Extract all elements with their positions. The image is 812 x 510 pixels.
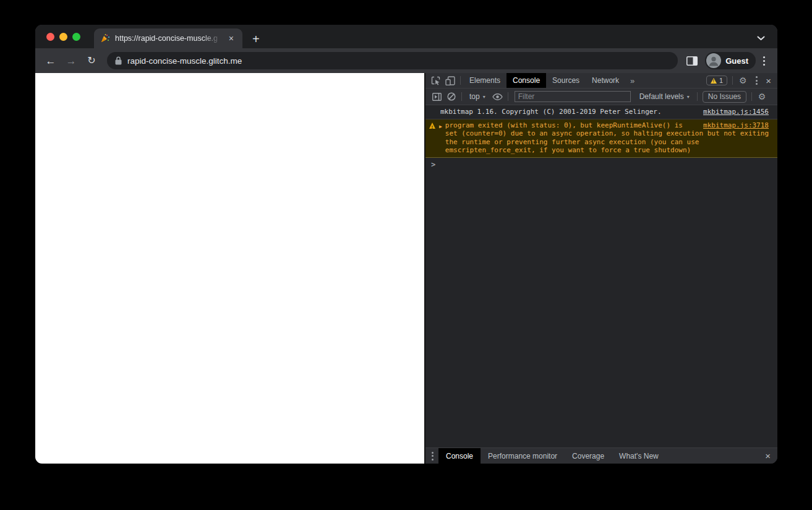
tab-close-icon[interactable]: × [226,33,236,44]
console-warning-message: ▶ mkbitmap.js:3718program exited (with s… [425,119,777,158]
new-tab-button[interactable]: + [252,33,260,45]
source-link[interactable]: mkbitmap.js:1456 [703,108,769,116]
devtools-menu-icon[interactable] [750,76,763,85]
drawer-menu-icon[interactable] [425,448,438,464]
tab-search-chevron-icon[interactable] [757,36,765,41]
devtools-tab-elements[interactable]: Elements [463,73,506,88]
context-label: top [469,92,480,101]
expand-arrow-icon[interactable]: ▶ [439,123,442,131]
profile-chip[interactable]: Guest [705,52,756,69]
console-toolbar: top ▾ Default levels ▾ No Issues [425,89,777,105]
window-controls [35,25,94,48]
inspect-element-icon[interactable] [428,73,443,88]
web-page-viewport[interactable] [35,73,424,464]
devtools-tabbar: Elements Console Sources Network » 1 ⚙ × [425,73,777,89]
drawer-close-icon[interactable]: × [758,451,777,460]
issues-button[interactable]: No Issues [703,91,746,103]
drawer-tab-console[interactable]: Console [438,448,481,464]
live-expression-eye-icon[interactable] [490,89,505,105]
back-button[interactable]: ← [43,56,59,66]
console-messages: mkbitmap.js:1456mkbitmap 1.16. Copyright… [425,105,777,447]
minimize-window-button[interactable] [59,33,67,41]
warning-triangle-icon [711,78,717,84]
browser-window: https://rapid-concise-muscle.g × + ← → ↻… [35,25,777,464]
side-panel-icon[interactable] [686,56,698,66]
avatar-icon [706,53,721,68]
console-prompt[interactable]: > [425,158,777,170]
console-settings-icon[interactable]: ⚙ [754,89,769,105]
log-levels-label: Default levels [639,92,684,101]
console-log-message: mkbitmap.js:1456mkbitmap 1.16. Copyright… [425,105,777,119]
devtools-drawer: Console Performance monitor Coverage Wha… [425,447,777,464]
console-sidebar-icon[interactable] [429,89,444,105]
devtools-panel: Elements Console Sources Network » 1 ⚙ × [424,73,777,464]
browser-toolbar: ← → ↻ rapid-concise-muscle.glitch.me Gue… [35,48,777,73]
tab-strip: https://rapid-concise-muscle.g × + [35,25,777,48]
url-text[interactable]: rapid-concise-muscle.glitch.me [127,56,242,66]
log-text: mkbitmap 1.16. Copyright (C) 2001-2019 P… [440,108,662,116]
chevron-down-icon: ▾ [687,94,690,100]
address-bar[interactable]: rapid-concise-muscle.glitch.me [107,52,678,69]
browser-menu-icon[interactable] [758,56,770,66]
devtools-tab-console[interactable]: Console [506,73,546,88]
chevron-down-icon: ▾ [483,94,485,100]
drawer-tab-performance-monitor[interactable]: Performance monitor [481,448,565,464]
lock-icon[interactable] [115,56,122,65]
drawer-tab-coverage[interactable]: Coverage [565,448,612,464]
forward-button[interactable]: → [63,56,79,66]
more-tabs-icon[interactable]: » [625,76,639,85]
warning-triangle-icon [429,123,435,129]
drawer-tab-whats-new[interactable]: What's New [612,448,666,464]
warning-count-badge[interactable]: 1 [706,76,727,85]
device-toolbar-icon[interactable] [443,73,458,88]
log-levels-selector[interactable]: Default levels ▾ [635,92,694,101]
reload-button[interactable]: ↻ [83,56,100,66]
console-filter-input[interactable] [515,91,631,102]
prompt-chevron: > [431,160,435,169]
clear-console-icon[interactable] [444,89,459,105]
warning-count: 1 [719,77,723,84]
close-window-button[interactable] [46,33,54,41]
devtools-tab-sources[interactable]: Sources [546,73,586,88]
source-link[interactable]: mkbitmap.js:3718 [703,121,769,130]
browser-tab[interactable]: https://rapid-concise-muscle.g × [94,28,242,48]
profile-name: Guest [725,56,748,66]
context-selector[interactable]: top ▾ [464,92,490,101]
tab-title: https://rapid-concise-muscle.g [115,34,221,43]
devtools-close-icon[interactable]: × [763,76,777,85]
devtools-settings-icon[interactable]: ⚙ [735,73,750,88]
maximize-window-button[interactable] [72,33,80,41]
devtools-tab-network[interactable]: Network [586,73,625,88]
party-popper-favicon [100,33,110,43]
